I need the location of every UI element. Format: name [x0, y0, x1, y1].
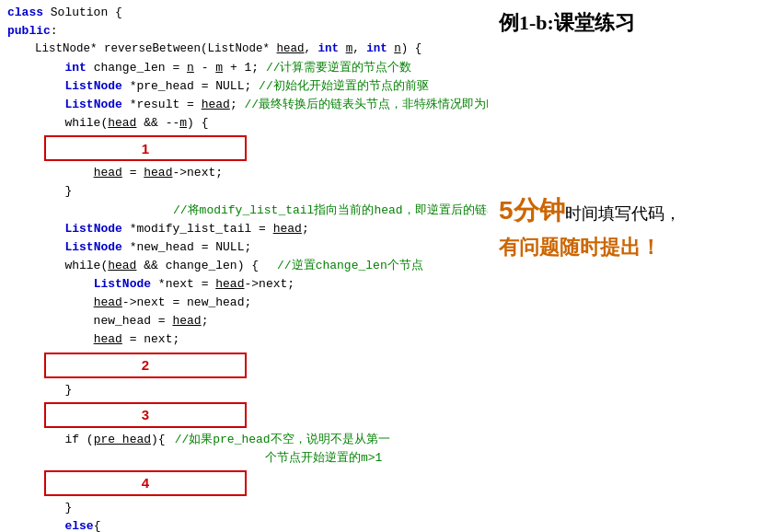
code-line-3: int change_len = n - m + 1; //计算需要逆置的节点个… [7, 59, 480, 77]
right-panel: 例1-b:课堂练习 5分钟时间填写代码， 有问题随时提出！ [488, 0, 762, 532]
code-line-class: class Solution { [7, 4, 480, 22]
code-line-5: ListNode *result = head; //最终转换后的链表头节点，非… [7, 96, 480, 114]
fill-box-3: 3 [44, 402, 247, 428]
time-instruction: 5分钟时间填写代码， [499, 193, 681, 228]
code-line-next: ListNode *next = head->next; [7, 275, 480, 294]
code-line-4: ListNode *pre_head = NULL; //初始化开始逆置的节点的… [7, 77, 480, 96]
code-line-headnext: head->next = new_head; [7, 294, 480, 312]
code-line-brace3: } [7, 499, 480, 517]
exercise-title: 例1-b:课堂练习 [499, 9, 635, 37]
question-instruction: 有问题随时提出！ [499, 234, 661, 261]
fill-box-2: 2 [44, 353, 247, 378]
if-prehead-line: if (pre_head){ //如果pre_head不空，说明不是从第一 [7, 431, 480, 449]
question-label: 有问题随时提出！ [499, 236, 661, 259]
code-line-head2: head = next; [7, 330, 480, 349]
five-minutes-label: 5分钟 [499, 196, 565, 225]
comment-line-b: 个节点开始逆置的m>1 [7, 449, 480, 468]
code-line-func: ListNode* reverseBetween(ListNode* head,… [7, 40, 480, 58]
code-line-brace1: } [7, 182, 480, 201]
main-container: class Solution { public: ListNode* rever… [0, 0, 762, 532]
code-line-head-next: head = head->next; [7, 164, 480, 182]
code-line-else: else{ [7, 517, 480, 532]
time-desc-label: 时间填写代码， [565, 204, 681, 223]
code-line-modify: ListNode *modify_list_tail = head; [7, 220, 480, 238]
fill-box-1: 1 [44, 135, 247, 161]
code-panel: class Solution { public: ListNode* rever… [0, 0, 488, 532]
code-line-while2: while(head && change_len) {//逆置change_le… [7, 257, 480, 275]
code-comment-modify: //将modify_list_tail指向当前的head，即逆置后的链表尾 [7, 202, 480, 220]
code-line-public: public: [7, 22, 480, 40]
fill-box-4: 4 [44, 470, 247, 496]
code-line-brace2: } [7, 381, 480, 399]
code-line-newhead: ListNode *new_head = NULL; [7, 238, 480, 257]
code-line-newhead2: new_head = head; [7, 312, 480, 330]
code-line-6: while(head && --m) { [7, 114, 480, 133]
